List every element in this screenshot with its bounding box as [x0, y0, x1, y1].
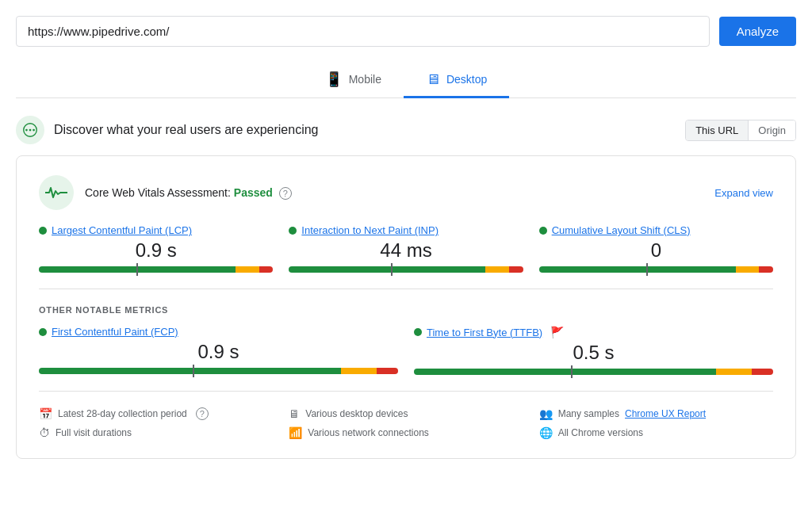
metric-bar-inp	[289, 266, 523, 273]
metric-flag-ttfb: 🚩	[550, 326, 564, 338]
crux-icon	[16, 116, 44, 144]
url-origin-buttons: This URL Origin	[685, 120, 796, 141]
metric-label-row-inp: Interaction to Next Paint (INP)	[289, 224, 523, 236]
metric-fcp: First Contentful Paint (FCP)0.9 s	[39, 326, 398, 375]
section-header: Discover what your real users are experi…	[16, 116, 796, 144]
svg-point-3	[33, 129, 35, 132]
this-url-button[interactable]: This URL	[686, 120, 748, 140]
footer-item: 👥Many samples Chrome UX Report	[539, 407, 773, 420]
metric-lcp: Largest Contentful Paint (LCP)0.9 s	[39, 224, 273, 273]
bar-segment-yellow	[485, 266, 509, 273]
url-input[interactable]: https://www.pipedrive.com/	[16, 16, 710, 47]
metric-name-lcp[interactable]: Largest Contentful Paint (LCP)	[52, 224, 192, 236]
metric-name-inp[interactable]: Interaction to Next Paint (INP)	[301, 224, 439, 236]
footer-item: 📅Latest 28-day collection period?	[39, 407, 273, 420]
footer-item-text: Various network connections	[308, 427, 429, 438]
metric-value-cls: 0	[539, 239, 773, 262]
footer-info-icon[interactable]: ?	[196, 407, 209, 420]
desktop-icon: 🖥	[426, 71, 440, 88]
metric-dot-fcp	[39, 328, 47, 336]
bar-segment-red	[752, 369, 773, 375]
footer-info: 📅Latest 28-day collection period?🖥Variou…	[39, 407, 773, 439]
metric-value-inp: 44 ms	[289, 239, 523, 262]
metric-marker-inp	[391, 263, 393, 276]
metric-bar-ttfb	[414, 369, 773, 375]
other-metrics-label: OTHER NOTABLE METRICS	[39, 305, 773, 315]
analyze-button[interactable]: Analyze	[719, 17, 796, 46]
bar-segment-red	[259, 266, 274, 273]
footer-item-text: Many samples	[558, 408, 619, 419]
tab-desktop-label: Desktop	[446, 73, 487, 86]
metric-label-row-lcp: Largest Contentful Paint (LCP)	[39, 224, 273, 236]
metric-bar-lcp	[39, 266, 273, 273]
metric-value-ttfb: 0.5 s	[414, 342, 773, 364]
metric-dot-ttfb	[414, 328, 422, 336]
metric-value-lcp: 0.9 s	[39, 239, 273, 262]
bar-segment-red	[759, 266, 773, 273]
metric-bar-track-inp	[289, 266, 523, 273]
bar-segment-green	[539, 266, 736, 273]
bar-segment-green	[289, 266, 485, 273]
cwv-status: Passed	[234, 186, 273, 199]
metrics-grid-bottom: First Contentful Paint (FCP)0.9 sTime to…	[39, 326, 773, 392]
tab-mobile-label: Mobile	[349, 73, 381, 86]
bar-segment-yellow	[716, 369, 752, 375]
bar-segment-red	[377, 368, 398, 374]
tab-mobile[interactable]: 📱 Mobile	[303, 63, 404, 98]
metric-dot-cls	[539, 227, 547, 235]
mobile-icon: 📱	[325, 71, 343, 88]
metric-inp: Interaction to Next Paint (INP)44 ms	[289, 224, 523, 273]
section-header-left: Discover what your real users are experi…	[16, 116, 318, 144]
footer-item-text: Various desktop devices	[305, 408, 408, 419]
metric-marker-fcp	[193, 365, 194, 377]
cwv-title-label: Core Web Vitals Assessment:	[85, 186, 231, 199]
section-title: Discover what your real users are experi…	[54, 123, 318, 137]
footer-item-text: Latest 28-day collection period	[58, 408, 187, 419]
metric-label-row-cls: Cumulative Layout Shift (CLS)	[539, 224, 773, 236]
metric-bar-track-cls	[539, 266, 773, 273]
metric-name-ttfb[interactable]: Time to First Byte (TTFB)	[427, 327, 542, 338]
metric-bar-cls	[539, 266, 773, 273]
footer-item: 📶Various network connections	[289, 426, 523, 439]
main-card: Core Web Vitals Assessment: Passed ? Exp…	[16, 155, 796, 459]
bar-segment-green	[39, 368, 341, 374]
tab-desktop[interactable]: 🖥 Desktop	[404, 63, 509, 98]
tabs-row: 📱 Mobile 🖥 Desktop	[16, 63, 796, 98]
metrics-grid-top: Largest Contentful Paint (LCP)0.9 sInter…	[39, 224, 773, 289]
footer-item: 🖥Various desktop devices	[289, 407, 523, 420]
bar-segment-red	[509, 266, 523, 273]
cwv-title-row: Core Web Vitals Assessment: Passed ?	[39, 175, 292, 210]
footer-item-icon: 🌐	[539, 426, 553, 439]
footer-item-icon: 📅	[39, 407, 52, 420]
footer-item-text: Full visit durations	[56, 427, 132, 438]
url-bar-row: https://www.pipedrive.com/ Analyze	[16, 16, 796, 47]
footer-item-link[interactable]: Chrome UX Report	[625, 408, 706, 419]
svg-point-1	[25, 129, 28, 132]
cwv-title-text: Core Web Vitals Assessment: Passed ?	[85, 186, 292, 200]
footer-item-icon: 🖥	[289, 407, 300, 420]
metric-value-fcp: 0.9 s	[39, 341, 398, 363]
metric-name-fcp[interactable]: First Contentful Paint (FCP)	[52, 326, 178, 338]
footer-item-text: All Chrome versions	[558, 427, 643, 438]
footer-item-icon: ⏱	[39, 426, 50, 439]
metric-marker-cls	[646, 263, 648, 276]
metric-label-row-ttfb: Time to First Byte (TTFB)🚩	[414, 326, 773, 338]
cwv-info-icon[interactable]: ?	[279, 187, 292, 200]
expand-view-link[interactable]: Expand view	[714, 187, 773, 199]
metric-bar-track-fcp	[39, 368, 398, 374]
metric-dot-inp	[289, 227, 297, 235]
metric-cls: Cumulative Layout Shift (CLS)0	[539, 224, 773, 273]
metric-marker-ttfb	[571, 365, 573, 378]
metric-label-row-fcp: First Contentful Paint (FCP)	[39, 326, 398, 338]
bar-segment-yellow	[236, 266, 259, 273]
footer-item-icon: 📶	[289, 426, 302, 439]
cwv-pulse-icon	[39, 175, 74, 210]
metric-bar-fcp	[39, 368, 398, 374]
metric-marker-lcp	[136, 263, 138, 276]
origin-button[interactable]: Origin	[749, 120, 795, 140]
metric-bar-track-lcp	[39, 266, 273, 273]
metric-bar-track-ttfb	[414, 369, 773, 375]
bar-segment-yellow	[341, 368, 377, 374]
metric-name-cls[interactable]: Cumulative Layout Shift (CLS)	[552, 224, 691, 236]
footer-item: 🌐All Chrome versions	[539, 426, 773, 439]
